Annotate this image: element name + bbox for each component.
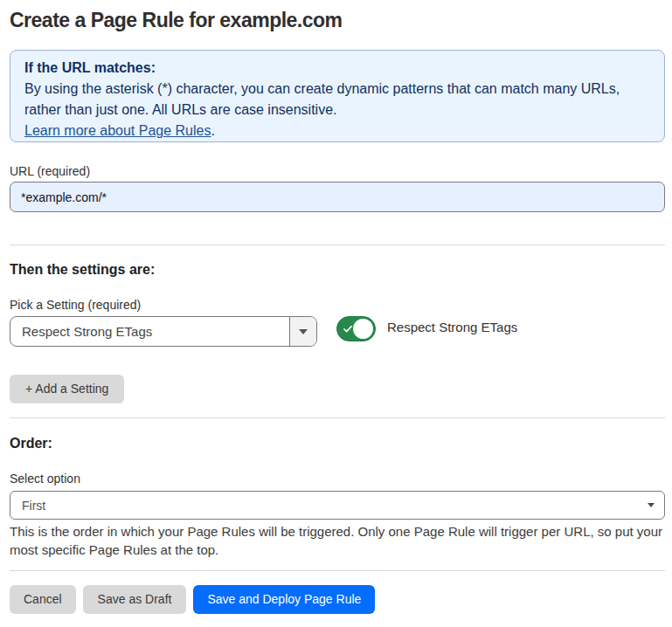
page-title: Create a Page Rule for example.com (10, 10, 665, 31)
settings-section-heading: Then the settings are: (10, 263, 665, 277)
url-match-info-box: If the URL matches: By using the asteris… (10, 50, 665, 142)
divider-2 (10, 417, 665, 418)
url-input[interactable] (10, 182, 665, 212)
chevron-down-icon (299, 329, 308, 334)
order-section-heading: Order: (10, 437, 665, 451)
toggle-knob (353, 319, 373, 339)
order-help-text: This is the order in which your Page Rul… (10, 522, 670, 559)
info-box-body: By using the asterisk (*) character, you… (24, 79, 641, 121)
info-box-heading: If the URL matches: (24, 58, 650, 79)
url-field-label: URL (required) (10, 164, 665, 178)
link-period: . (211, 123, 214, 138)
add-setting-button[interactable]: + Add a Setting (10, 375, 124, 403)
order-caret-icon (648, 503, 655, 507)
pick-setting-label: Pick a Setting (required) (10, 298, 665, 312)
learn-more-link[interactable]: Learn more about Page Rules (24, 123, 211, 138)
divider-1 (10, 245, 665, 245)
order-select[interactable]: First (10, 491, 665, 520)
cancel-button[interactable]: Cancel (10, 585, 76, 614)
divider-3 (10, 570, 665, 571)
save-deploy-button[interactable]: Save and Deploy Page Rule (193, 585, 375, 614)
check-icon (343, 326, 353, 334)
order-select-value: First (22, 499, 648, 513)
select-option-label: Select option (10, 472, 665, 486)
setting-dropdown-value: Respect Strong ETags (10, 317, 289, 346)
setting-dropdown[interactable]: Respect Strong ETags (10, 316, 317, 347)
toggle-label: Respect Strong ETags (387, 316, 517, 339)
setting-dropdown-arrow-button[interactable] (289, 317, 316, 346)
setting-toggle[interactable] (336, 316, 376, 341)
save-draft-button[interactable]: Save as Draft (83, 585, 187, 614)
